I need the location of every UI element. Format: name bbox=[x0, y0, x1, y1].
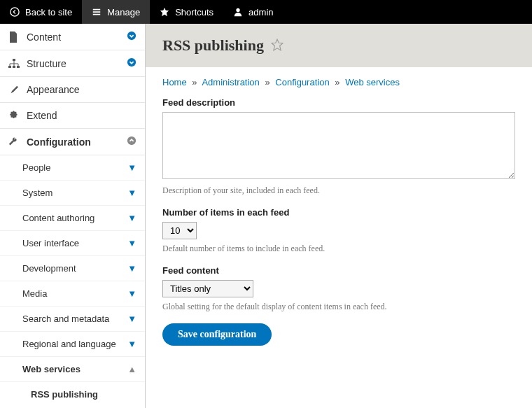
nav-config-people-label: People bbox=[22, 162, 127, 173]
feed-description-input[interactable] bbox=[162, 112, 515, 179]
shortcuts-label: Shortcuts bbox=[175, 7, 214, 17]
svg-rect-4 bbox=[8, 66, 11, 68]
nav-config-system[interactable]: System ▼ bbox=[0, 181, 145, 206]
svg-rect-3 bbox=[13, 59, 15, 61]
user-account-link[interactable]: admin bbox=[223, 0, 283, 24]
svg-point-8 bbox=[127, 136, 136, 145]
svg-point-2 bbox=[127, 31, 136, 40]
manage-toggle[interactable]: Manage bbox=[82, 0, 150, 24]
arrow-left-icon bbox=[10, 7, 20, 17]
svg-point-1 bbox=[236, 8, 239, 12]
feed-content-group: Feed content Titles only Global setting … bbox=[162, 265, 515, 312]
feed-description-label: Feed description bbox=[162, 97, 515, 108]
back-to-site-link[interactable]: Back to site bbox=[0, 0, 82, 24]
save-configuration-button[interactable]: Save configuration bbox=[162, 323, 272, 346]
nav-appearance-label: Appearance bbox=[27, 84, 136, 95]
breadcrumb: Home » Administration » Configuration » … bbox=[146, 67, 532, 93]
nav-config-web-services[interactable]: Web services ▲ bbox=[0, 357, 145, 382]
nav-config-media-label: Media bbox=[22, 288, 127, 299]
nav-content[interactable]: Content bbox=[0, 24, 145, 50]
nav-config-system-label: System bbox=[22, 188, 127, 198]
feed-content-help: Global setting for the default display o… bbox=[162, 302, 515, 312]
main-content: RSS publishing Home » Administration » C… bbox=[146, 24, 532, 408]
caret-down-icon: ▼ bbox=[127, 238, 136, 248]
breadcrumb-home[interactable]: Home bbox=[162, 77, 187, 87]
caret-down-icon: ▼ bbox=[127, 263, 136, 274]
manage-label: Manage bbox=[107, 7, 140, 17]
chevron-down-icon bbox=[127, 31, 136, 43]
hamburger-icon bbox=[92, 7, 102, 17]
number-items-label: Number of items in each feed bbox=[162, 207, 515, 218]
caret-down-icon: ▼ bbox=[127, 288, 136, 299]
breadcrumb-administration[interactable]: Administration bbox=[202, 77, 259, 87]
nav-rss-publishing-label: RSS publishing bbox=[31, 389, 98, 400]
caret-down-icon: ▼ bbox=[127, 213, 136, 223]
caret-down-icon: ▼ bbox=[127, 188, 136, 198]
nav-configuration[interactable]: Configuration bbox=[0, 129, 145, 155]
nav-config-search-metadata[interactable]: Search and metadata ▼ bbox=[0, 307, 145, 332]
page-header: RSS publishing bbox=[146, 24, 532, 67]
nav-rss-publishing[interactable]: RSS publishing bbox=[0, 382, 145, 407]
svg-point-7 bbox=[127, 58, 136, 66]
svg-point-0 bbox=[10, 8, 19, 16]
caret-down-icon: ▼ bbox=[127, 162, 136, 173]
admin-sidebar: Content Structure Appearance Extend bbox=[0, 24, 146, 408]
breadcrumb-sep: » bbox=[192, 77, 197, 87]
feed-description-group: Feed description Description of your sit… bbox=[162, 97, 515, 196]
paintbrush-icon bbox=[8, 85, 20, 94]
nav-structure[interactable]: Structure bbox=[0, 50, 145, 77]
nav-config-user-interface-label: User interface bbox=[22, 238, 127, 248]
chevron-up-icon bbox=[127, 136, 136, 148]
svg-rect-6 bbox=[17, 66, 20, 68]
hierarchy-icon bbox=[8, 59, 20, 69]
caret-down-icon: ▼ bbox=[127, 314, 136, 324]
chevron-down-icon bbox=[127, 57, 136, 69]
user-label: admin bbox=[248, 7, 273, 17]
caret-up-icon: ▲ bbox=[127, 364, 136, 374]
nav-extend[interactable]: Extend bbox=[0, 103, 145, 129]
nav-config-user-interface[interactable]: User interface ▼ bbox=[0, 231, 145, 256]
feed-description-help: Description of your site, included in ea… bbox=[162, 185, 515, 196]
feed-content-select[interactable]: Titles only bbox=[162, 280, 253, 297]
nav-config-search-metadata-label: Search and metadata bbox=[22, 314, 127, 324]
puzzle-icon bbox=[8, 111, 20, 120]
rss-config-form: Feed description Description of your sit… bbox=[146, 93, 532, 360]
nav-config-regional-language[interactable]: Regional and language ▼ bbox=[0, 332, 145, 357]
nav-config-development-label: Development bbox=[22, 263, 127, 274]
nav-configuration-label: Configuration bbox=[27, 136, 127, 148]
breadcrumb-configuration[interactable]: Configuration bbox=[275, 77, 329, 87]
nav-structure-label: Structure bbox=[27, 58, 127, 69]
star-icon bbox=[160, 7, 169, 17]
file-icon bbox=[8, 31, 20, 43]
nav-config-content-authoring-label: Content authoring bbox=[22, 213, 127, 223]
nav-extend-label: Extend bbox=[27, 110, 136, 121]
number-items-group: Number of items in each feed 10 Default … bbox=[162, 207, 515, 254]
nav-appearance[interactable]: Appearance bbox=[0, 77, 145, 103]
wrench-icon bbox=[8, 137, 20, 147]
nav-config-people[interactable]: People ▼ bbox=[0, 155, 145, 181]
breadcrumb-web-services[interactable]: Web services bbox=[345, 77, 400, 87]
back-to-site-label: Back to site bbox=[25, 7, 72, 17]
page-title: RSS publishing bbox=[162, 36, 264, 55]
nav-content-label: Content bbox=[27, 31, 127, 43]
nav-config-development[interactable]: Development ▼ bbox=[0, 256, 145, 281]
number-items-help: Default number of items to include in ea… bbox=[162, 244, 515, 254]
caret-down-icon: ▼ bbox=[127, 339, 136, 349]
feed-content-label: Feed content bbox=[162, 265, 515, 276]
svg-rect-5 bbox=[13, 66, 15, 68]
admin-toolbar: Back to site Manage Shortcuts admin bbox=[0, 0, 532, 24]
nav-config-content-authoring[interactable]: Content authoring ▼ bbox=[0, 206, 145, 231]
favorite-star-icon[interactable] bbox=[271, 38, 284, 53]
number-items-select[interactable]: 10 bbox=[162, 222, 197, 239]
shortcuts-link[interactable]: Shortcuts bbox=[150, 0, 223, 24]
nav-config-web-services-label: Web services bbox=[22, 364, 127, 374]
breadcrumb-sep: » bbox=[265, 77, 270, 87]
user-icon bbox=[233, 7, 243, 17]
nav-config-media[interactable]: Media ▼ bbox=[0, 281, 145, 307]
breadcrumb-sep: » bbox=[335, 77, 340, 87]
nav-config-regional-language-label: Regional and language bbox=[22, 339, 127, 349]
